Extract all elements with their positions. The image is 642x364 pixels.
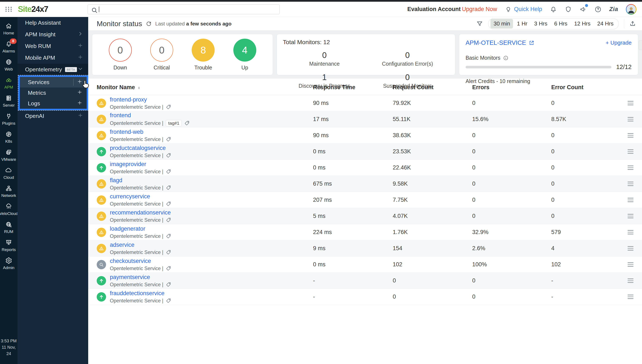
row-menu-button[interactable]: [627, 294, 633, 299]
sidebar-item-web-rum[interactable]: Web RUM: [18, 40, 88, 52]
info-icon[interactable]: [503, 55, 508, 61]
column-monitor-name[interactable]: Monitor Name: [97, 84, 313, 91]
row-menu-button[interactable]: [627, 230, 633, 234]
monitor-name-link[interactable]: checkoutservice: [110, 258, 171, 264]
sidebar-item-apm-insight[interactable]: APM Insight: [18, 29, 88, 40]
rail-item-k8s[interactable]: K8s: [0, 128, 18, 146]
column-request-count[interactable]: Request Count: [393, 84, 472, 91]
sidebar-item-services[interactable]: Services: [20, 77, 87, 88]
status-circle-trouble[interactable]: 8: [192, 39, 215, 62]
tag-icon[interactable]: [166, 250, 171, 255]
upgrade-now-link[interactable]: Upgrade Now: [462, 6, 497, 12]
status-circle-critical[interactable]: 0: [150, 39, 173, 62]
column-error-count[interactable]: Error Count: [551, 84, 615, 91]
quick-help-link[interactable]: Quick Help: [505, 6, 542, 13]
notifications-bell-icon[interactable]: [550, 6, 557, 13]
row-menu-button[interactable]: [627, 182, 633, 186]
column-response-time[interactable]: Response Time: [313, 84, 393, 91]
tag-icon[interactable]: [166, 153, 171, 158]
rail-item-rum[interactable]: RUM: [0, 218, 18, 236]
apps-grid-icon[interactable]: [6, 7, 12, 12]
time-range-3-hrs[interactable]: 3 Hrs: [531, 19, 550, 28]
tag-icon[interactable]: [166, 185, 171, 190]
tag-icon[interactable]: [166, 298, 171, 304]
rail-item-network[interactable]: Network: [0, 182, 18, 200]
row-menu-button[interactable]: [627, 278, 633, 283]
sidebar-item-opentelemetry[interactable]: OpentelemetryBETA: [18, 64, 88, 76]
row-menu-button[interactable]: [627, 117, 633, 122]
sidebar-item-openai[interactable]: OpenAI: [18, 110, 88, 122]
tag-icon[interactable]: [166, 136, 171, 142]
tag-icon[interactable]: [166, 266, 171, 271]
avatar[interactable]: [626, 4, 636, 15]
tag-icon[interactable]: [166, 169, 171, 174]
monitor-name-link[interactable]: adservice: [110, 242, 171, 248]
sort-icon[interactable]: [137, 85, 141, 90]
plus-icon[interactable]: [78, 54, 83, 61]
tag-icon[interactable]: [166, 201, 171, 207]
monitor-name-link[interactable]: flagd: [110, 177, 171, 184]
rail-item-reports[interactable]: Reports: [0, 236, 18, 255]
rail-item-apm[interactable]: APM: [0, 74, 18, 92]
help-question-icon[interactable]: [594, 6, 602, 13]
shield-icon[interactable]: [565, 6, 572, 13]
monitor-name-link[interactable]: loadgenerator: [110, 226, 171, 232]
tag-icon[interactable]: [184, 120, 190, 126]
sidebar-item-mobile-apm[interactable]: Mobile APM: [18, 52, 88, 64]
row-menu-button[interactable]: [627, 214, 633, 218]
tag-icon[interactable]: [166, 217, 171, 223]
tag-icon[interactable]: [166, 104, 171, 110]
row-menu-button[interactable]: [627, 262, 633, 267]
global-search-input[interactable]: [88, 4, 280, 14]
row-menu-button[interactable]: [627, 101, 633, 105]
monitor-name-link[interactable]: frontend-proxy: [110, 96, 171, 103]
status-circle-down[interactable]: 0: [109, 39, 132, 62]
sidebar-item-logs[interactable]: Logs: [20, 98, 87, 109]
export-icon[interactable]: [629, 20, 636, 27]
time-range-6-hrs[interactable]: 6 Hrs: [551, 19, 570, 28]
monitor-name-link[interactable]: frauddetectionservice: [110, 290, 171, 297]
sidebar-item-metrics[interactable]: Metrics: [20, 88, 87, 98]
tag-chip[interactable]: tag#1: [166, 120, 182, 126]
monitor-name-link[interactable]: paymentservice: [110, 274, 171, 280]
row-menu-button[interactable]: [627, 133, 633, 138]
rail-item-plugins[interactable]: Plugins: [0, 110, 18, 128]
plus-icon[interactable]: [78, 112, 83, 120]
row-menu-button[interactable]: [627, 198, 633, 202]
status-circle-up[interactable]: 4: [233, 39, 256, 62]
sidebar-item-help-assistant[interactable]: Help Assistant: [18, 17, 88, 29]
time-range-12-hrs[interactable]: 12 Hrs: [571, 19, 593, 28]
refresh-icon[interactable]: [146, 20, 152, 27]
rail-item-server[interactable]: Server: [0, 92, 18, 110]
monitor-name-link[interactable]: frontend-web: [110, 129, 171, 135]
tag-icon[interactable]: [166, 282, 171, 287]
plus-icon[interactable]: [77, 100, 83, 107]
row-menu-button[interactable]: [627, 149, 633, 154]
time-range-24-hrs[interactable]: 24 Hrs: [594, 19, 616, 28]
rail-item-velocloud[interactable]: VeloCloud: [0, 200, 18, 218]
monitor-name-link[interactable]: recommendationservice: [110, 210, 171, 216]
announcements-megaphone-icon[interactable]: [579, 6, 587, 13]
row-menu-button[interactable]: [627, 246, 633, 250]
plus-icon[interactable]: [77, 90, 83, 96]
plus-icon[interactable]: [78, 43, 83, 50]
upgrade-link[interactable]: + Upgrade: [606, 40, 631, 46]
monitor-name-link[interactable]: frontend: [110, 112, 190, 119]
time-range-1-hr[interactable]: 1 Hr: [514, 19, 530, 28]
rail-item-admin[interactable]: Admin: [0, 255, 18, 273]
column-errors[interactable]: Errors: [472, 84, 551, 91]
monitor-name-link[interactable]: currencyservice: [110, 193, 171, 200]
zia-icon[interactable]: Zia: [609, 6, 618, 12]
filter-icon[interactable]: [476, 20, 483, 27]
rail-item-home[interactable]: Home: [0, 20, 18, 38]
monitor-name-link[interactable]: productcatalogservice: [110, 145, 171, 152]
panel-collapse-tab[interactable]: [638, 40, 642, 50]
rail-item-cloud[interactable]: Cloud: [0, 164, 18, 182]
row-menu-button[interactable]: [627, 166, 633, 170]
rail-item-vmware[interactable]: VMware: [0, 146, 18, 164]
time-range-30-min[interactable]: 30 min: [490, 19, 513, 28]
tag-icon[interactable]: [166, 234, 171, 239]
apm-otel-service-link[interactable]: APM-OTEL-SERVICE: [466, 39, 535, 46]
monitor-name-link[interactable]: imageprovider: [110, 161, 171, 168]
rail-item-alarms[interactable]: 8Alarms: [0, 38, 18, 56]
